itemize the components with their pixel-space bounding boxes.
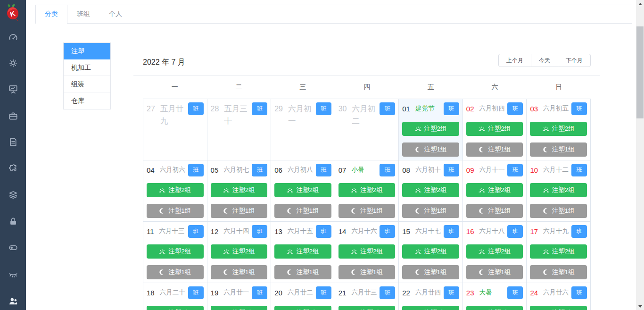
scroll-up-arrow[interactable] [636,0,644,8]
puzzle-icon[interactable] [8,163,18,174]
day-shift-event[interactable]: 注塑2组 [530,122,587,136]
calendar-cell[interactable]: 06六月初八班注塑2组注塑1组 [271,160,335,222]
calendar-cell[interactable]: 22六月廿四班注塑2组注塑1组 [399,283,463,310]
shift-badge[interactable]: 班 [444,225,459,238]
calendar-cell[interactable]: 27五月廿九班 [143,99,207,160]
shift-badge[interactable]: 班 [571,286,587,299]
shift-badge[interactable]: 班 [316,164,331,176]
night-shift-event[interactable]: 注塑1组 [211,265,268,279]
calendar-cell[interactable]: 15六月十七班注塑2组注塑1组 [399,222,463,283]
shift-badge[interactable]: 班 [316,225,331,238]
toggle-icon[interactable] [8,243,18,253]
calendar-cell[interactable]: 02六月初四班注塑2组注塑1组 [463,99,527,160]
night-shift-event[interactable]: 注塑1组 [530,265,587,279]
night-shift-event[interactable]: 注塑1组 [402,265,459,279]
day-shift-event[interactable]: 注塑2组 [274,244,331,259]
day-shift-event[interactable]: 注塑2组 [339,306,396,310]
night-shift-event[interactable]: 注塑1组 [466,204,523,218]
shift-badge[interactable]: 班 [316,102,331,115]
night-shift-event[interactable]: 注塑1组 [147,204,204,218]
shift-badge[interactable]: 班 [316,286,331,299]
scroll-down-arrow[interactable] [636,302,644,310]
scrollbar[interactable] [636,0,644,310]
night-shift-event[interactable]: 注塑1组 [274,265,331,279]
shift-badge[interactable]: 班 [571,225,587,238]
calendar-cell[interactable]: 19六月廿一班注塑2组注塑1组 [207,283,272,310]
next-month-button[interactable]: 下个月 [558,54,591,67]
day-shift-event[interactable]: 注塑2组 [211,183,268,197]
eye-closed-icon[interactable] [8,269,18,280]
shift-badge[interactable]: 班 [444,286,459,299]
shift-badge[interactable]: 班 [507,102,523,115]
calendar-cell[interactable]: 05六月初七班注塑2组注塑1组 [207,160,272,222]
shift-badge[interactable]: 班 [444,164,459,176]
shift-badge[interactable]: 班 [252,164,267,176]
calendar-cell[interactable]: 21六月廿三班注塑2组注塑1组 [335,283,399,310]
shift-badge[interactable]: 班 [380,102,395,115]
calendar-cell[interactable]: 28五月三十班 [207,99,272,160]
menu-item-warehouse[interactable]: 仓库 [64,92,110,109]
calendar-cell[interactable]: 01建党节班注塑2组注塑1组 [399,99,463,160]
calendar-cell[interactable]: 14六月十六班注塑2组注塑1组 [335,222,399,283]
night-shift-event[interactable]: 注塑1组 [274,204,331,218]
day-shift-event[interactable]: 注塑2组 [530,306,587,310]
shift-badge[interactable]: 班 [252,225,267,238]
shift-badge[interactable]: 班 [188,225,204,238]
night-shift-event[interactable]: 注塑1组 [466,265,523,279]
calendar-cell[interactable]: 13六月十五班注塑2组注塑1组 [271,222,335,283]
calendar-cell[interactable]: 17六月十九班注塑2组注塑1组 [527,222,591,283]
day-shift-event[interactable]: 注塑2组 [466,306,523,310]
tab-personal[interactable]: 个人 [99,5,132,23]
shift-badge[interactable]: 班 [188,164,204,176]
day-shift-event[interactable]: 注塑2组 [466,122,523,136]
shift-badge[interactable]: 班 [571,102,587,115]
day-shift-event[interactable]: 注塑2组 [147,183,204,197]
calendar-cell[interactable]: 29六月初一班 [271,99,335,160]
calendar-cell[interactable]: 08六月初十班注塑2组注塑1组 [399,160,463,222]
users-icon[interactable] [8,296,18,306]
night-shift-event[interactable]: 注塑1组 [402,204,459,218]
calendar-cell[interactable]: 04六月初六班注塑2组注塑1组 [143,160,207,222]
gear-icon[interactable] [8,58,18,68]
day-shift-event[interactable]: 注塑2组 [339,183,396,197]
day-shift-event[interactable]: 注塑2组 [402,306,459,310]
day-shift-event[interactable]: 注塑2组 [402,122,459,136]
shift-badge[interactable]: 班 [571,164,587,176]
shift-badge[interactable]: 班 [507,286,523,299]
night-shift-event[interactable]: 注塑1组 [211,204,268,218]
day-shift-event[interactable]: 注塑2组 [211,306,268,310]
shift-badge[interactable]: 班 [380,286,395,299]
briefcase-icon[interactable] [8,111,18,121]
day-shift-event[interactable]: 注塑2组 [402,244,459,259]
calendar-cell[interactable]: 12六月十四班注塑2组注塑1组 [207,222,272,283]
day-shift-event[interactable]: 注塑2组 [274,306,331,310]
night-shift-event[interactable]: 注塑1组 [530,142,587,157]
day-shift-event[interactable]: 注塑2组 [147,244,204,259]
tab-category[interactable]: 分类 [35,5,67,23]
calendar-cell[interactable]: 07小暑班注塑2组注塑1组 [335,160,399,222]
day-shift-event[interactable]: 注塑2组 [402,183,459,197]
calendar-cell[interactable]: 11六月十三班注塑2组注塑1组 [143,222,207,283]
menu-item-machining[interactable]: 机加工 [64,59,110,76]
scrollbar-thumb[interactable] [636,26,644,118]
today-button[interactable]: 今天 [531,54,558,67]
shift-badge[interactable]: 班 [507,225,523,238]
shift-badge[interactable]: 班 [252,102,267,115]
shift-badge[interactable]: 班 [380,164,395,176]
night-shift-event[interactable]: 注塑1组 [339,204,396,218]
shift-badge[interactable]: 班 [188,102,204,115]
shift-badge[interactable]: 班 [444,102,459,115]
day-shift-event[interactable]: 注塑2组 [147,306,204,310]
shift-badge[interactable]: 班 [252,286,267,299]
lock-icon[interactable] [8,216,18,226]
calendar-cell[interactable]: 24六月廿六班注塑2组注塑1组 [527,283,591,310]
night-shift-event[interactable]: 注塑1组 [402,142,459,157]
day-shift-event[interactable]: 注塑2组 [339,244,396,259]
menu-item-injection[interactable]: 注塑 [64,43,110,59]
document-icon[interactable] [8,137,18,147]
night-shift-event[interactable]: 注塑1组 [339,265,396,279]
tab-team[interactable]: 班组 [67,5,99,23]
day-shift-event[interactable]: 注塑2组 [466,183,523,197]
shift-badge[interactable]: 班 [507,164,523,176]
day-shift-event[interactable]: 注塑2组 [530,244,587,259]
